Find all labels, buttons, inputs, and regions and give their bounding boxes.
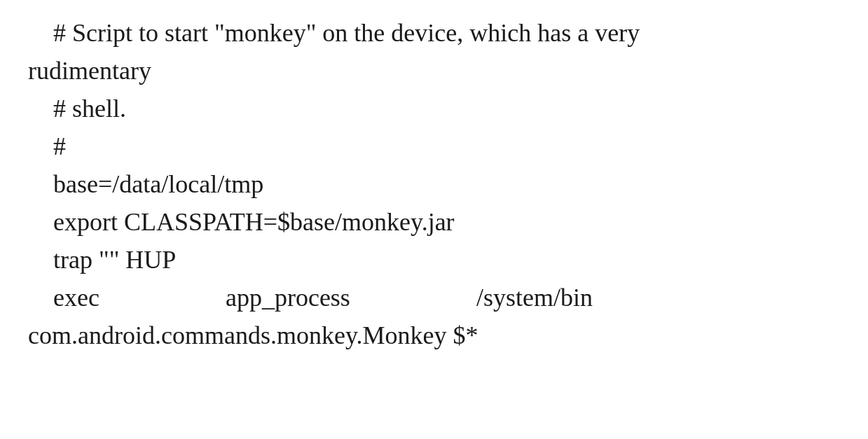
code-line-7: trap "" HUP: [28, 241, 840, 279]
code-line-2: rudimentary: [28, 52, 840, 90]
code-line-5: base=/data/local/tmp: [28, 165, 840, 203]
code-line-4: #: [28, 127, 840, 165]
code-line-8: exec app_process /system/bin: [28, 279, 840, 316]
code-line-3: # shell.: [28, 90, 840, 127]
code-line-1: # Script to start "monkey" on the device…: [28, 14, 840, 52]
code-line-6: export CLASSPATH=$base/monkey.jar: [28, 203, 840, 241]
code-block: # Script to start "monkey" on the device…: [28, 14, 840, 354]
code-line-9: com.android.commands.monkey.Monkey $*: [28, 316, 840, 354]
